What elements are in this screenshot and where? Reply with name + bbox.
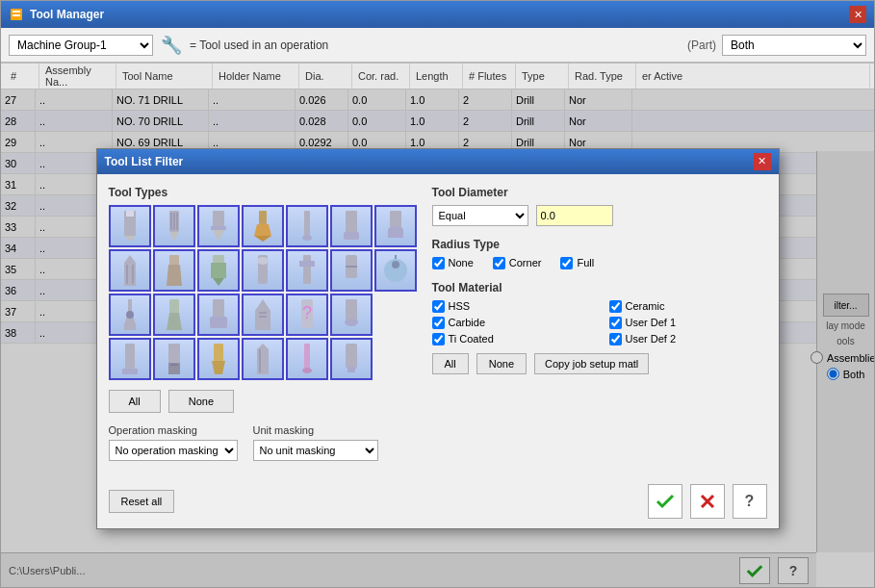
radius-type-section: Radius Type None Corner — [432, 238, 767, 269]
tool-type-empty — [374, 294, 417, 336]
svg-rect-12 — [211, 226, 226, 230]
col-tool-name: Tool Name — [116, 64, 213, 89]
mat-hss-checkbox[interactable] — [432, 300, 445, 313]
operation-masking-group: Operation masking No operation masking C… — [109, 424, 238, 461]
radius-full-label: Full — [577, 257, 594, 268]
tool-type-9[interactable] — [153, 249, 195, 292]
tool-type-16[interactable] — [153, 294, 195, 336]
svg-rect-1 — [13, 11, 20, 13]
part-label: (Part) — [687, 38, 716, 52]
tool-type-8[interactable] — [109, 249, 151, 292]
tool-type-20[interactable] — [330, 294, 373, 336]
tool-type-24[interactable] — [197, 338, 240, 380]
machine-group-select[interactable]: Machine Group-1 — [9, 35, 153, 56]
svg-rect-34 — [303, 255, 311, 284]
dialog-left-panel: Tool Types — [109, 186, 417, 469]
operation-masking-select[interactable]: No operation masking Current operation A… — [109, 440, 238, 461]
copy-job-setup-button[interactable]: Copy job setup matl — [534, 353, 649, 374]
tool-list-filter-dialog: Tool List Filter ✕ Tool Types — [96, 148, 780, 529]
dialog-close-button[interactable]: ✕ — [754, 153, 771, 170]
tool-type-3[interactable] — [197, 205, 240, 247]
svg-point-63 — [302, 368, 312, 373]
tool-type-14[interactable] — [374, 249, 417, 292]
tool-type-17[interactable] — [197, 294, 240, 336]
tool-used-label: = Tool used in an operation — [190, 38, 328, 52]
svg-marker-46 — [255, 299, 270, 330]
dialog-cancel-button[interactable] — [690, 484, 725, 519]
mat-user-def1-checkbox[interactable] — [609, 317, 622, 329]
mat-user-def2-label: User Def 2 — [626, 333, 677, 345]
svg-rect-5 — [126, 211, 134, 217]
tool-type-6[interactable] — [330, 205, 373, 247]
mat-ti-coated-item: Ti Coated — [432, 333, 590, 345]
tool-type-19[interactable]: ? — [286, 294, 328, 336]
mat-user-def2-checkbox[interactable] — [609, 333, 622, 345]
mat-none-button[interactable]: None — [476, 353, 527, 374]
col-cor-rad: Cor. rad. — [352, 64, 410, 89]
svg-marker-15 — [254, 224, 271, 236]
radius-full-item: Full — [560, 257, 594, 269]
svg-rect-54 — [122, 369, 138, 374]
col-active: er Active — [636, 64, 870, 89]
svg-rect-55 — [168, 344, 180, 365]
mat-ti-coated-label: Ti Coated — [449, 333, 494, 345]
dialog-help-button[interactable]: ? — [733, 484, 767, 519]
radius-corner-item: Corner — [493, 257, 542, 269]
svg-marker-31 — [213, 278, 224, 286]
tool-type-18[interactable] — [242, 294, 284, 336]
dialog-ok-button[interactable] — [648, 484, 682, 519]
diameter-value-input[interactable] — [536, 205, 613, 226]
dialog-body: Tool Types — [97, 174, 779, 480]
radius-corner-checkbox[interactable] — [493, 257, 505, 269]
tool-type-11[interactable] — [242, 249, 284, 292]
tool-type-7[interactable] — [374, 205, 417, 247]
col-dia: Dia. — [299, 64, 352, 89]
svg-point-18 — [302, 235, 312, 241]
svg-rect-44 — [213, 299, 224, 319]
tool-type-1[interactable] — [109, 205, 151, 247]
svg-rect-27 — [169, 255, 179, 265]
svg-rect-64 — [346, 344, 357, 369]
window-close-button[interactable]: ✕ — [849, 6, 866, 23]
tool-type-none-button[interactable]: None — [168, 390, 234, 413]
diameter-comparison-select[interactable]: Equal Greater than Less than — [432, 205, 528, 226]
part-both-select[interactable]: Both Part Assembly — [722, 35, 866, 56]
col-holder: Holder Name — [213, 64, 299, 89]
tool-type-10[interactable] — [197, 249, 240, 292]
tool-type-5[interactable] — [286, 205, 328, 247]
reset-all-button[interactable]: Reset all — [109, 490, 175, 513]
toolbar: Machine Group-1 🔧 = Tool used in an oper… — [1, 28, 874, 63]
mat-carbide-item: Carbide — [432, 317, 590, 329]
main-window: Tool Manager ✕ Machine Group-1 🔧 = Tool … — [0, 0, 875, 588]
col-length: Length — [410, 64, 463, 89]
svg-rect-11 — [213, 211, 224, 228]
tool-type-13[interactable] — [330, 249, 373, 292]
svg-marker-16 — [254, 236, 271, 242]
radius-full-checkbox[interactable] — [560, 257, 573, 269]
tool-type-all-button[interactable]: All — [109, 390, 161, 413]
mat-hss-item: HSS — [432, 300, 590, 313]
unit-masking-group: Unit masking No unit masking Inch Metric — [253, 424, 378, 461]
radius-corner-label: Corner — [509, 257, 542, 268]
tool-type-27[interactable] — [330, 338, 373, 380]
tool-type-25[interactable] — [242, 338, 284, 380]
radius-none-checkbox[interactable] — [432, 257, 445, 269]
mat-all-button[interactable]: All — [432, 353, 469, 374]
tool-type-26[interactable] — [286, 338, 328, 380]
tool-type-12[interactable] — [286, 249, 328, 292]
col-flutes: # Flutes — [463, 64, 516, 89]
svg-rect-58 — [214, 344, 223, 361]
tool-type-22[interactable] — [109, 338, 151, 380]
tool-type-23[interactable] — [153, 338, 195, 380]
mat-ti-coated-checkbox[interactable] — [432, 333, 445, 345]
dialog-right-panel: Tool Diameter Equal Greater than Less th… — [432, 186, 767, 469]
mat-ceramic-checkbox[interactable] — [609, 300, 622, 313]
tool-type-4[interactable] — [242, 205, 284, 247]
tool-type-15[interactable] — [109, 294, 151, 336]
tool-diameter-label: Tool Diameter — [432, 186, 767, 199]
tool-type-2[interactable] — [153, 205, 195, 247]
operation-masking-label: Operation masking — [109, 424, 238, 436]
unit-masking-select[interactable]: No unit masking Inch Metric — [253, 440, 378, 461]
mat-carbide-label: Carbide — [449, 317, 486, 328]
mat-carbide-checkbox[interactable] — [432, 317, 445, 329]
